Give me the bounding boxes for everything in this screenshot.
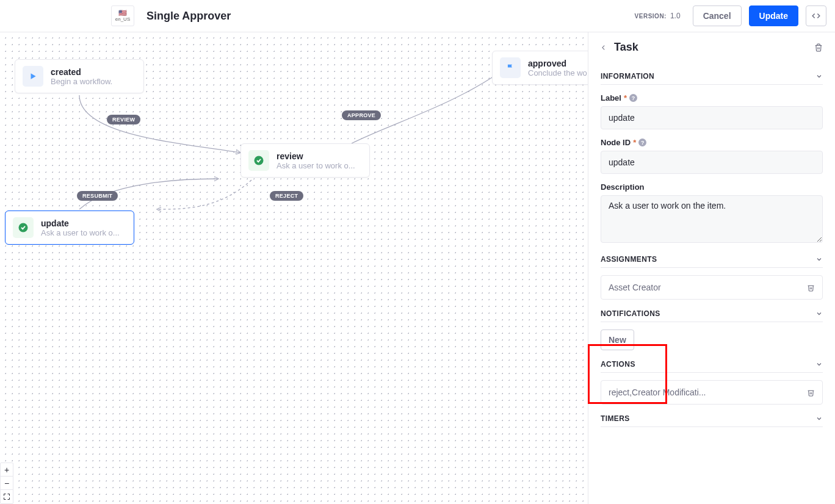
node-desc: Ask a user to work o... [277, 161, 362, 170]
section-header-actions[interactable]: ACTIONS [601, 356, 823, 373]
nodeid-label: Node ID * ? [601, 138, 823, 147]
sidebar-title: Task [614, 41, 814, 54]
section-title: TIMERS [601, 414, 815, 423]
node-update[interactable]: update Ask a user to work o... [5, 211, 134, 245]
chevron-down-icon [815, 415, 823, 422]
node-title: review [277, 151, 362, 161]
section-information: INFORMATION Label * ? Node ID * ? Descr [588, 68, 835, 245]
description-input[interactable] [601, 195, 823, 243]
cancel-button[interactable]: Cancel [693, 5, 742, 26]
label-text: Node ID [601, 138, 631, 147]
zoom-controls: + − [0, 463, 13, 504]
description-label: Description [601, 182, 823, 192]
section-header-information[interactable]: INFORMATION [601, 68, 823, 85]
chevron-down-icon [815, 256, 823, 263]
expand-icon [3, 493, 10, 500]
node-title: approved [528, 59, 588, 68]
locale-selector[interactable]: 🇺🇸 en_US [111, 5, 134, 26]
action-label: reject,Creator Modificati... [609, 387, 807, 397]
edge-label-approve[interactable]: APPROVE [342, 110, 381, 120]
back-button[interactable] [601, 43, 613, 52]
section-actions: ACTIONS reject,Creator Modificati... [588, 356, 835, 405]
edge-label-resubmit[interactable]: RESUBMIT [77, 191, 118, 201]
section-title: INFORMATION [601, 72, 815, 81]
zoom-out-button[interactable]: − [1, 477, 13, 490]
locale-code: en_US [115, 16, 130, 22]
assignment-label: Asset Creator [609, 283, 807, 292]
nodeid-input[interactable] [601, 151, 823, 174]
trash-icon [807, 284, 815, 292]
section-header-notifications[interactable]: NOTIFICATIONS [601, 306, 823, 322]
new-notification-button[interactable]: New [601, 329, 634, 350]
version-label: VERSION: [635, 13, 667, 20]
edge-label-reject[interactable]: REJECT [270, 191, 303, 201]
node-desc: Ask a user to work o... [41, 228, 126, 237]
section-header-timers[interactable]: TIMERS [601, 411, 823, 427]
section-timers: TIMERS [588, 411, 835, 427]
trash-icon [807, 389, 815, 397]
node-desc: Begin a workflow. [51, 77, 136, 86]
trash-icon [814, 43, 823, 52]
version-value: 1.0 [670, 12, 681, 20]
sidebar-header: Task [588, 32, 835, 62]
help-icon[interactable]: ? [638, 139, 646, 146]
chevron-down-icon [815, 73, 823, 80]
workflow-title: Single Approver [146, 10, 231, 23]
section-header-assignments[interactable]: ASSIGNMENTS [601, 251, 823, 268]
label-input[interactable] [601, 106, 823, 129]
zoom-fit-button[interactable] [1, 490, 13, 503]
label-label: Label * ? [601, 93, 823, 103]
field-description: Description [601, 182, 823, 245]
node-title: created [51, 67, 136, 77]
label-text: Description [601, 182, 645, 192]
delete-assignment-button[interactable] [807, 284, 815, 292]
delete-action-button[interactable] [807, 389, 815, 397]
flag-icon [500, 57, 521, 78]
section-notifications: NOTIFICATIONS New [588, 306, 835, 350]
chevron-down-icon [815, 361, 823, 368]
update-button[interactable]: Update [749, 5, 798, 26]
check-icon [13, 217, 34, 238]
code-icon [812, 12, 820, 20]
start-icon [23, 66, 43, 87]
app-header: 🇺🇸 en_US Single Approver VERSION: 1.0 Ca… [0, 0, 835, 32]
field-label: Label * ? [601, 93, 823, 129]
source-view-button[interactable] [806, 5, 826, 26]
section-title: NOTIFICATIONS [601, 309, 815, 318]
assignment-item[interactable]: Asset Creator [601, 275, 823, 300]
node-review[interactable]: review Ask a user to work o... [240, 143, 370, 178]
help-icon[interactable]: ? [629, 94, 637, 102]
section-title: ACTIONS [601, 360, 815, 369]
delete-node-button[interactable] [814, 43, 823, 52]
required-mark: * [624, 93, 627, 103]
properties-sidebar: Task INFORMATION Label * ? Node ID * ? [588, 32, 835, 504]
action-item[interactable]: reject,Creator Modificati... [601, 380, 823, 405]
workflow-canvas[interactable]: REVIEW APPROVE REJECT RESUBMIT created B… [0, 32, 588, 504]
edge-label-review[interactable]: REVIEW [107, 115, 140, 124]
node-title: update [41, 218, 126, 228]
section-assignments: ASSIGNMENTS Asset Creator [588, 251, 835, 300]
node-created[interactable]: created Begin a workflow. [15, 59, 144, 93]
node-approved[interactable]: approved Conclude the wo... [492, 51, 588, 85]
locale-flag-icon: 🇺🇸 [118, 10, 127, 16]
chevron-left-icon [601, 43, 607, 52]
field-node-id: Node ID * ? [601, 138, 823, 174]
check-icon [248, 150, 269, 171]
node-desc: Conclude the wo... [528, 68, 588, 77]
zoom-in-button[interactable]: + [1, 463, 13, 477]
required-mark: * [633, 138, 636, 147]
chevron-down-icon [815, 310, 823, 317]
svg-marker-0 [31, 73, 36, 79]
section-title: ASSIGNMENTS [601, 255, 815, 264]
label-text: Label [601, 93, 621, 103]
edges-layer [0, 32, 588, 504]
